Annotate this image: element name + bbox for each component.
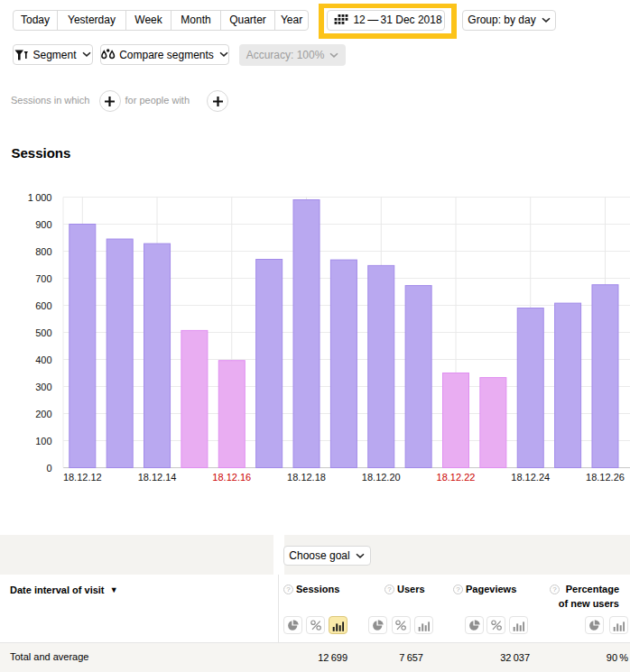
svg-text:600: 600 [35, 300, 51, 311]
svg-text:100: 100 [35, 436, 51, 446]
svg-text:18.12.16: 18.12.16 [212, 472, 251, 483]
svg-text:18.12.22: 18.12.22 [437, 472, 476, 483]
svg-text:400: 400 [35, 354, 51, 365]
svg-text:18.12.12: 18.12.12 [63, 472, 102, 483]
svg-text:500: 500 [35, 327, 51, 338]
svg-text:18.12.26: 18.12.26 [586, 472, 625, 483]
svg-text:700: 700 [35, 273, 51, 284]
svg-text:18.12.18: 18.12.18 [287, 472, 326, 483]
svg-text:0: 0 [46, 463, 51, 474]
svg-text:18.12.14: 18.12.14 [138, 472, 177, 483]
svg-text:900: 900 [35, 219, 51, 230]
svg-text:800: 800 [35, 246, 51, 257]
svg-text:1 000: 1 000 [28, 192, 52, 203]
svg-text:200: 200 [35, 409, 51, 419]
svg-text:18.12.24: 18.12.24 [511, 472, 550, 483]
svg-text:18.12.20: 18.12.20 [362, 472, 401, 483]
svg-text:300: 300 [35, 382, 51, 392]
